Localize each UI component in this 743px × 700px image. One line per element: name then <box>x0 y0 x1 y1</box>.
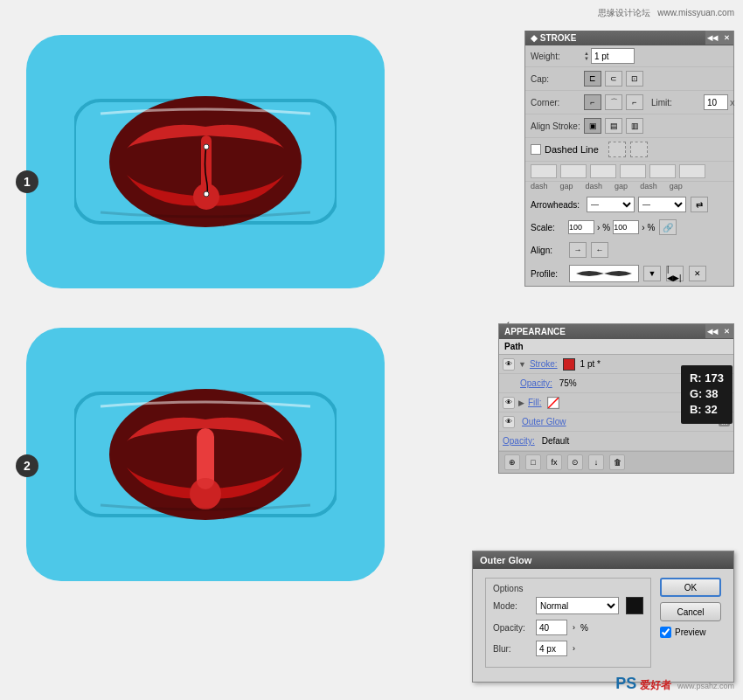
weight-spinner[interactable]: ▲▼ <box>584 51 589 61</box>
stroke-weight-display: 1 pt * <box>580 359 601 369</box>
stroke-color-swatch[interactable] <box>563 358 575 371</box>
scale-pct-1: % <box>602 223 610 232</box>
blur-input[interactable] <box>536 641 567 656</box>
profile-select-btn[interactable]: ▼ <box>643 266 661 281</box>
ps-site: www.psahz.com <box>677 682 734 690</box>
weight-input-group[interactable]: ▲▼ <box>583 48 635 64</box>
appear-square-icon[interactable]: □ <box>525 454 541 470</box>
appear-arrow-icon[interactable]: ↓ <box>588 454 604 470</box>
cyan-background-2 <box>26 328 385 581</box>
appearance-title: APPEARANCE <box>504 327 566 336</box>
options-group: Options Mode: Normal Opacity: › % <box>485 578 651 668</box>
corner-bevel-btn[interactable]: ⌐ <box>626 94 643 110</box>
dashed-pattern-btns <box>608 141 649 158</box>
fill-eye-icon[interactable]: 👁 <box>503 397 515 409</box>
gap-2[interactable] <box>620 164 646 178</box>
align-right-btn[interactable]: ← <box>591 242 608 258</box>
align-left-btn[interactable]: → <box>569 242 587 258</box>
appearance-controls[interactable]: ◀◀ ✕ <box>705 324 733 338</box>
dash-gap-inputs <box>531 164 705 178</box>
dash-1[interactable] <box>531 164 557 178</box>
stroke-triangle: ▼ <box>518 360 526 369</box>
stroke-close-btn[interactable]: ✕ <box>719 31 733 45</box>
opacity-row: Opacity: › % <box>493 620 643 635</box>
limit-input[interactable] <box>704 94 728 110</box>
gap-3[interactable] <box>679 164 705 178</box>
stroke-title: ◆ STROKE <box>531 33 576 43</box>
opacity-1-value: 75% <box>559 378 577 388</box>
stroke-panel-controls[interactable]: ◀◀ ✕ <box>705 31 733 45</box>
appear-fx-icon[interactable]: fx <box>546 454 562 470</box>
arrowhead-start-select[interactable]: — <box>587 197 635 212</box>
color-g: G: 38 <box>690 386 724 402</box>
blur-gt: › <box>573 644 575 653</box>
watermark: 思缘设计论坛 www.missyuan.com <box>598 7 734 19</box>
opacity-input[interactable] <box>536 620 567 635</box>
align-outside-btn[interactable]: ▥ <box>626 118 643 134</box>
watermark-text2: www.missyuan.com <box>657 8 734 17</box>
fill-label[interactable]: Fill: <box>528 398 542 407</box>
profile-reset-btn[interactable]: ✕ <box>689 266 706 281</box>
appear-close-btn[interactable]: ✕ <box>719 324 733 338</box>
profile-flip-btn[interactable]: |◀▶| <box>666 266 684 281</box>
dash-label-2: dash <box>586 182 603 191</box>
appearance-bottom: ⊕ □ fx ⊙ ↓ 🗑 <box>499 451 733 473</box>
mode-select[interactable]: Normal <box>536 597 619 614</box>
svg-point-5 <box>204 144 209 149</box>
scale-input-1[interactable] <box>568 220 594 234</box>
profile-wave-svg <box>573 267 635 281</box>
corner-round-btn[interactable]: ⌒ <box>605 94 622 110</box>
stroke-eye-icon[interactable]: 👁 <box>503 358 515 371</box>
scale-gt-2: › <box>642 223 644 232</box>
mode-row: Mode: Normal <box>493 597 643 614</box>
color-tooltip: R: 173 G: 38 B: 32 <box>681 365 733 424</box>
arrowheads-label: Arrowheads: <box>531 200 583 210</box>
scale-link-btn[interactable]: 🔗 <box>659 219 677 235</box>
corner-miter-btn[interactable]: ⌐ <box>584 94 601 110</box>
profile-row: Profile: ▼ |◀▶| ✕ <box>525 261 733 286</box>
stroke-item-label[interactable]: Stroke: <box>530 359 558 369</box>
dashed-label: Dashed Line <box>545 144 599 155</box>
cancel-button[interactable]: Cancel <box>660 602 721 621</box>
scale-input-2[interactable] <box>613 220 639 234</box>
cap-round-btn[interactable]: ⊂ <box>605 71 622 87</box>
cap-square-btn[interactable]: ⊡ <box>626 71 643 87</box>
dash-2[interactable] <box>590 164 616 178</box>
weight-input[interactable] <box>591 48 635 64</box>
dash-pattern-2[interactable] <box>630 142 648 157</box>
cap-buttons: ⊏ ⊂ ⊡ <box>583 70 644 87</box>
dash-3[interactable] <box>649 164 676 178</box>
align-center-btn[interactable]: ▣ <box>584 118 601 134</box>
arrowheads-row: Arrowheads: — — ⇄ <box>525 193 733 216</box>
outer-glow-titlebar: Outer Glow <box>473 551 733 569</box>
outer-glow-eye-icon[interactable]: 👁 <box>503 416 515 428</box>
dash-label-1: dash <box>531 182 548 191</box>
svg-rect-12 <box>197 428 214 489</box>
weight-row: Weight: ▲▼ <box>525 45 733 67</box>
cyan-background-1 <box>26 35 385 288</box>
appear-collapse-btn[interactable]: ◀◀ <box>705 324 719 338</box>
profile-label: Profile: <box>531 269 566 279</box>
dash-pattern-1[interactable] <box>608 142 626 157</box>
preview-checkbox[interactable] <box>660 627 671 638</box>
scale-pct-2: % <box>648 223 656 232</box>
outer-glow-label[interactable]: Outer Glow <box>522 417 566 426</box>
appear-delete-icon[interactable]: 🗑 <box>609 454 625 470</box>
step-2-circle: 2 <box>16 454 38 477</box>
align-inside-btn[interactable]: ▤ <box>605 118 622 134</box>
appear-layer-icon[interactable]: ⊕ <box>504 454 520 470</box>
dashed-checkbox[interactable] <box>531 144 541 155</box>
ok-button[interactable]: OK <box>660 578 721 597</box>
ps-text: PS <box>615 675 636 692</box>
cap-butt-btn[interactable]: ⊏ <box>584 71 601 87</box>
gap-1[interactable] <box>560 164 587 178</box>
corner-label: Corner: <box>531 98 583 107</box>
glow-color-swatch[interactable] <box>626 597 643 614</box>
mouth-svg-2 <box>74 358 337 551</box>
fill-swatch[interactable] <box>547 397 559 409</box>
stroke-collapse-btn[interactable]: ◀◀ <box>705 31 719 45</box>
arrowhead-end-select[interactable]: — <box>638 197 686 212</box>
blur-row: Blur: › <box>493 641 643 656</box>
appear-copy-icon[interactable]: ⊙ <box>567 454 583 470</box>
arrowhead-swap-btn[interactable]: ⇄ <box>691 197 708 212</box>
